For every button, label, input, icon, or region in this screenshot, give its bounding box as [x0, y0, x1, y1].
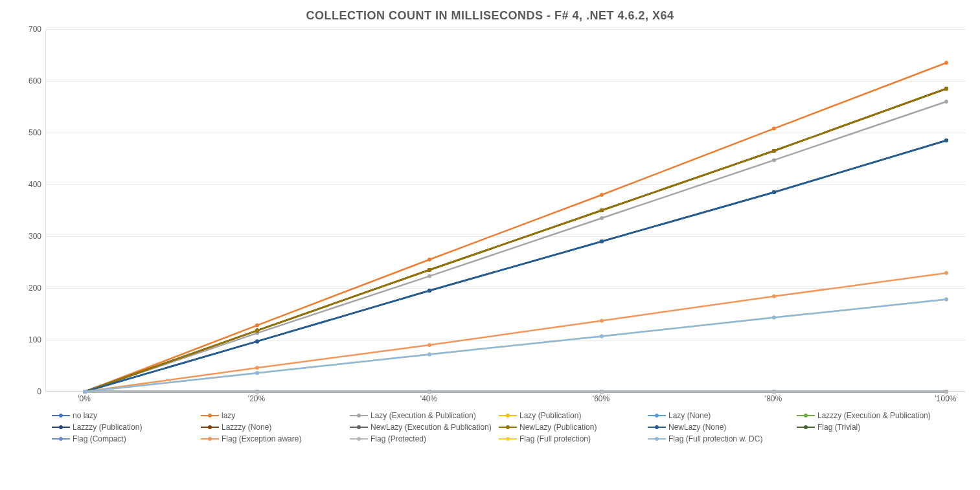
legend-label: Lazzzy (Publication): [73, 423, 142, 432]
legend-item: Flag (Compact): [52, 434, 201, 443]
legend-swatch: [52, 412, 70, 419]
legend-item: Flag (Full protection): [499, 434, 648, 443]
legend-label: Flag (Protected): [370, 434, 426, 443]
data-point: [255, 329, 259, 333]
legend-item: Lazy (Publication): [499, 411, 648, 420]
legend-item: Lazzzy (None): [201, 423, 350, 432]
data-point: [944, 100, 948, 104]
legend-label: Flag (Trivial): [817, 423, 860, 432]
y-axis: 0100200300400500600700: [13, 29, 45, 392]
x-tick-label: '0%: [78, 394, 91, 403]
legend-swatch: [797, 424, 815, 430]
data-point: [944, 139, 948, 142]
x-axis: '0%'20%'40%'60%'80%'100%: [45, 392, 965, 406]
data-point: [600, 193, 604, 197]
legend-item: no lazy: [52, 411, 201, 420]
legend: no lazylazyLazy (Execution & Publication…: [52, 411, 967, 443]
y-tick-label: 400: [28, 180, 41, 189]
data-point: [600, 216, 604, 220]
legend-item: NewLazy (None): [648, 423, 797, 432]
x-tick-label: '100%: [935, 394, 957, 403]
data-point: [772, 158, 776, 162]
legend-label: NewLazy (Publication): [519, 423, 597, 432]
legend-item: Flag (Trivial): [797, 423, 946, 432]
plot-area: [45, 29, 965, 392]
data-point: [600, 318, 604, 322]
legend-label: Lazy (Publication): [519, 411, 581, 420]
data-point: [255, 366, 259, 370]
legend-label: NewLazy (None): [668, 423, 726, 432]
legend-label: no lazy: [73, 411, 97, 420]
legend-label: Flag (Exception aware): [222, 434, 301, 443]
y-tick-label: 700: [28, 25, 41, 34]
series-line: [85, 89, 946, 392]
data-point: [255, 324, 259, 328]
data-point: [772, 190, 776, 194]
legend-label: Flag (Full protection): [519, 434, 591, 443]
y-tick-label: 300: [28, 232, 41, 241]
data-point: [255, 339, 259, 343]
legend-item: Lazzzy (Execution & Publication): [797, 411, 946, 420]
data-point: [600, 208, 604, 212]
y-tick-label: 100: [28, 335, 41, 344]
x-tick-label: '60%: [593, 394, 610, 403]
legend-swatch: [499, 436, 517, 442]
y-tick-label: 500: [28, 128, 41, 137]
data-point: [944, 271, 948, 275]
legend-swatch: [499, 412, 517, 419]
legend-swatch: [648, 412, 666, 419]
legend-swatch: [201, 436, 219, 442]
legend-item: NewLazy (Execution & Publication): [350, 423, 499, 432]
data-point: [255, 371, 259, 375]
plot-svg: [46, 29, 965, 391]
legend-swatch: [648, 436, 666, 442]
legend-item: Flag (Exception aware): [201, 434, 350, 443]
series-line: [85, 102, 946, 392]
data-point: [600, 239, 604, 243]
legend-swatch: [350, 436, 368, 442]
series-line: [85, 273, 946, 392]
series-line: [85, 140, 946, 392]
x-tick-label: '20%: [248, 394, 265, 403]
data-point: [772, 127, 776, 131]
legend-label: Flag (Full protection w. DC): [668, 434, 762, 443]
data-point: [427, 352, 431, 356]
legend-label: Lazy (None): [668, 411, 711, 420]
legend-swatch: [350, 424, 368, 430]
legend-swatch: [52, 436, 70, 442]
legend-item: Flag (Protected): [350, 434, 499, 443]
data-point: [600, 334, 604, 338]
data-point: [427, 274, 431, 278]
plot-wrap: 0100200300400500600700: [13, 29, 967, 392]
data-point: [427, 343, 431, 347]
legend-item: Lazzzy (Publication): [52, 423, 201, 432]
legend-label: Flag (Compact): [73, 434, 126, 443]
legend-swatch: [797, 412, 815, 419]
data-point: [772, 295, 776, 298]
legend-item: NewLazy (Publication): [499, 423, 648, 432]
legend-label: NewLazy (Execution & Publication): [370, 423, 492, 432]
y-tick-label: 600: [28, 76, 41, 85]
legend-label: Lazzzy (Execution & Publication): [817, 411, 931, 420]
legend-swatch: [648, 424, 666, 430]
data-point: [772, 316, 776, 320]
series-line: [85, 63, 946, 392]
data-point: [427, 268, 431, 272]
legend-item: lazy: [201, 411, 350, 420]
legend-label: Lazzzy (None): [222, 423, 271, 432]
chart-title: COLLECTION COUNT IN MILLISECONDS - F# 4,…: [13, 9, 967, 23]
legend-swatch: [350, 412, 368, 419]
legend-swatch: [499, 424, 517, 430]
chart-container: COLLECTION COUNT IN MILLISECONDS - F# 4,…: [13, 9, 967, 443]
data-point: [944, 61, 948, 65]
data-point: [944, 298, 948, 302]
legend-label: lazy: [222, 411, 235, 420]
legend-item: Lazy (Execution & Publication): [350, 411, 499, 420]
data-point: [772, 149, 776, 153]
data-point: [427, 258, 431, 262]
y-tick-label: 0: [37, 387, 41, 396]
legend-label: Lazy (Execution & Publication): [370, 411, 476, 420]
legend-swatch: [201, 424, 219, 430]
legend-swatch: [201, 412, 219, 419]
data-point: [427, 289, 431, 293]
